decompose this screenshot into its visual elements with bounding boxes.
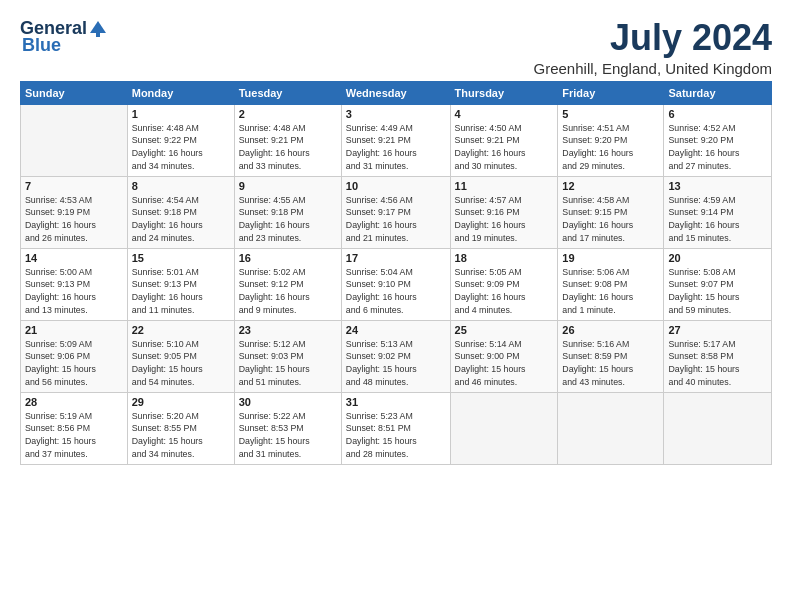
day-info: Sunrise: 5:23 AM Sunset: 8:51 PM Dayligh…	[346, 410, 446, 461]
day-cell: 25Sunrise: 5:14 AM Sunset: 9:00 PM Dayli…	[450, 320, 558, 392]
col-sunday: Sunday	[21, 81, 128, 104]
day-info: Sunrise: 4:59 AM Sunset: 9:14 PM Dayligh…	[668, 194, 767, 245]
logo: General Blue	[20, 18, 109, 56]
day-info: Sunrise: 5:19 AM Sunset: 8:56 PM Dayligh…	[25, 410, 123, 461]
day-cell: 4Sunrise: 4:50 AM Sunset: 9:21 PM Daylig…	[450, 104, 558, 176]
day-info: Sunrise: 4:51 AM Sunset: 9:20 PM Dayligh…	[562, 122, 659, 173]
day-cell: 7Sunrise: 4:53 AM Sunset: 9:19 PM Daylig…	[21, 176, 128, 248]
day-number: 8	[132, 180, 230, 192]
page: General Blue July 2024 Greenhill, Englan…	[0, 0, 792, 475]
day-info: Sunrise: 5:00 AM Sunset: 9:13 PM Dayligh…	[25, 266, 123, 317]
day-info: Sunrise: 5:16 AM Sunset: 8:59 PM Dayligh…	[562, 338, 659, 389]
day-cell: 14Sunrise: 5:00 AM Sunset: 9:13 PM Dayli…	[21, 248, 128, 320]
day-info: Sunrise: 4:54 AM Sunset: 9:18 PM Dayligh…	[132, 194, 230, 245]
month-title: July 2024	[534, 18, 772, 58]
day-info: Sunrise: 5:09 AM Sunset: 9:06 PM Dayligh…	[25, 338, 123, 389]
day-cell	[450, 392, 558, 464]
header: General Blue July 2024 Greenhill, Englan…	[20, 18, 772, 77]
day-info: Sunrise: 5:02 AM Sunset: 9:12 PM Dayligh…	[239, 266, 337, 317]
day-number: 3	[346, 108, 446, 120]
day-number: 27	[668, 324, 767, 336]
day-info: Sunrise: 4:52 AM Sunset: 9:20 PM Dayligh…	[668, 122, 767, 173]
logo-blue: Blue	[22, 35, 61, 56]
day-info: Sunrise: 4:57 AM Sunset: 9:16 PM Dayligh…	[455, 194, 554, 245]
day-cell: 13Sunrise: 4:59 AM Sunset: 9:14 PM Dayli…	[664, 176, 772, 248]
day-cell	[664, 392, 772, 464]
day-number: 20	[668, 252, 767, 264]
day-number: 18	[455, 252, 554, 264]
day-number: 7	[25, 180, 123, 192]
day-number: 30	[239, 396, 337, 408]
week-row-2: 14Sunrise: 5:00 AM Sunset: 9:13 PM Dayli…	[21, 248, 772, 320]
day-cell: 27Sunrise: 5:17 AM Sunset: 8:58 PM Dayli…	[664, 320, 772, 392]
day-number: 25	[455, 324, 554, 336]
day-number: 24	[346, 324, 446, 336]
day-info: Sunrise: 4:48 AM Sunset: 9:21 PM Dayligh…	[239, 122, 337, 173]
day-number: 16	[239, 252, 337, 264]
day-cell: 1Sunrise: 4:48 AM Sunset: 9:22 PM Daylig…	[127, 104, 234, 176]
day-cell: 12Sunrise: 4:58 AM Sunset: 9:15 PM Dayli…	[558, 176, 664, 248]
day-cell: 6Sunrise: 4:52 AM Sunset: 9:20 PM Daylig…	[664, 104, 772, 176]
logo-icon	[88, 19, 108, 39]
day-cell: 16Sunrise: 5:02 AM Sunset: 9:12 PM Dayli…	[234, 248, 341, 320]
day-number: 1	[132, 108, 230, 120]
day-info: Sunrise: 5:12 AM Sunset: 9:03 PM Dayligh…	[239, 338, 337, 389]
day-cell: 2Sunrise: 4:48 AM Sunset: 9:21 PM Daylig…	[234, 104, 341, 176]
day-number: 12	[562, 180, 659, 192]
day-number: 17	[346, 252, 446, 264]
day-cell: 31Sunrise: 5:23 AM Sunset: 8:51 PM Dayli…	[341, 392, 450, 464]
day-info: Sunrise: 5:14 AM Sunset: 9:00 PM Dayligh…	[455, 338, 554, 389]
day-cell: 21Sunrise: 5:09 AM Sunset: 9:06 PM Dayli…	[21, 320, 128, 392]
day-cell: 20Sunrise: 5:08 AM Sunset: 9:07 PM Dayli…	[664, 248, 772, 320]
day-info: Sunrise: 5:10 AM Sunset: 9:05 PM Dayligh…	[132, 338, 230, 389]
day-cell: 22Sunrise: 5:10 AM Sunset: 9:05 PM Dayli…	[127, 320, 234, 392]
day-cell: 24Sunrise: 5:13 AM Sunset: 9:02 PM Dayli…	[341, 320, 450, 392]
day-info: Sunrise: 4:56 AM Sunset: 9:17 PM Dayligh…	[346, 194, 446, 245]
day-number: 26	[562, 324, 659, 336]
calendar-table: Sunday Monday Tuesday Wednesday Thursday…	[20, 81, 772, 465]
day-info: Sunrise: 5:22 AM Sunset: 8:53 PM Dayligh…	[239, 410, 337, 461]
day-cell: 26Sunrise: 5:16 AM Sunset: 8:59 PM Dayli…	[558, 320, 664, 392]
day-cell: 9Sunrise: 4:55 AM Sunset: 9:18 PM Daylig…	[234, 176, 341, 248]
week-row-0: 1Sunrise: 4:48 AM Sunset: 9:22 PM Daylig…	[21, 104, 772, 176]
week-row-1: 7Sunrise: 4:53 AM Sunset: 9:19 PM Daylig…	[21, 176, 772, 248]
day-cell	[558, 392, 664, 464]
day-cell: 3Sunrise: 4:49 AM Sunset: 9:21 PM Daylig…	[341, 104, 450, 176]
col-saturday: Saturday	[664, 81, 772, 104]
day-cell: 19Sunrise: 5:06 AM Sunset: 9:08 PM Dayli…	[558, 248, 664, 320]
day-number: 10	[346, 180, 446, 192]
day-cell: 11Sunrise: 4:57 AM Sunset: 9:16 PM Dayli…	[450, 176, 558, 248]
day-info: Sunrise: 4:49 AM Sunset: 9:21 PM Dayligh…	[346, 122, 446, 173]
day-info: Sunrise: 5:01 AM Sunset: 9:13 PM Dayligh…	[132, 266, 230, 317]
day-info: Sunrise: 5:13 AM Sunset: 9:02 PM Dayligh…	[346, 338, 446, 389]
day-cell: 17Sunrise: 5:04 AM Sunset: 9:10 PM Dayli…	[341, 248, 450, 320]
day-cell: 23Sunrise: 5:12 AM Sunset: 9:03 PM Dayli…	[234, 320, 341, 392]
day-cell: 10Sunrise: 4:56 AM Sunset: 9:17 PM Dayli…	[341, 176, 450, 248]
day-info: Sunrise: 4:55 AM Sunset: 9:18 PM Dayligh…	[239, 194, 337, 245]
day-cell: 28Sunrise: 5:19 AM Sunset: 8:56 PM Dayli…	[21, 392, 128, 464]
col-tuesday: Tuesday	[234, 81, 341, 104]
day-cell: 5Sunrise: 4:51 AM Sunset: 9:20 PM Daylig…	[558, 104, 664, 176]
day-number: 11	[455, 180, 554, 192]
day-number: 13	[668, 180, 767, 192]
day-info: Sunrise: 5:20 AM Sunset: 8:55 PM Dayligh…	[132, 410, 230, 461]
day-number: 9	[239, 180, 337, 192]
day-cell: 18Sunrise: 5:05 AM Sunset: 9:09 PM Dayli…	[450, 248, 558, 320]
svg-marker-0	[90, 21, 106, 33]
col-wednesday: Wednesday	[341, 81, 450, 104]
day-cell: 15Sunrise: 5:01 AM Sunset: 9:13 PM Dayli…	[127, 248, 234, 320]
day-cell: 30Sunrise: 5:22 AM Sunset: 8:53 PM Dayli…	[234, 392, 341, 464]
day-info: Sunrise: 4:50 AM Sunset: 9:21 PM Dayligh…	[455, 122, 554, 173]
day-info: Sunrise: 5:17 AM Sunset: 8:58 PM Dayligh…	[668, 338, 767, 389]
col-monday: Monday	[127, 81, 234, 104]
day-info: Sunrise: 4:48 AM Sunset: 9:22 PM Dayligh…	[132, 122, 230, 173]
col-thursday: Thursday	[450, 81, 558, 104]
day-number: 19	[562, 252, 659, 264]
day-info: Sunrise: 5:08 AM Sunset: 9:07 PM Dayligh…	[668, 266, 767, 317]
day-cell: 29Sunrise: 5:20 AM Sunset: 8:55 PM Dayli…	[127, 392, 234, 464]
location: Greenhill, England, United Kingdom	[534, 60, 772, 77]
svg-rect-1	[96, 32, 100, 37]
day-number: 4	[455, 108, 554, 120]
week-row-4: 28Sunrise: 5:19 AM Sunset: 8:56 PM Dayli…	[21, 392, 772, 464]
day-number: 22	[132, 324, 230, 336]
